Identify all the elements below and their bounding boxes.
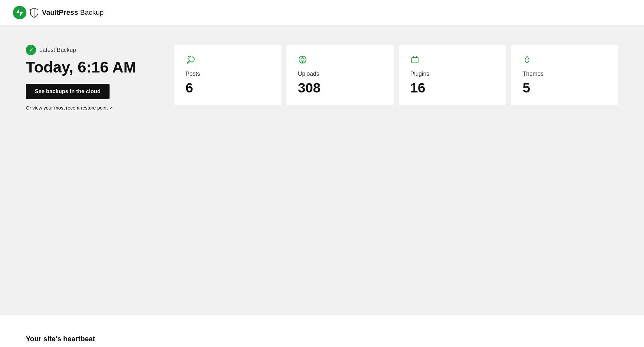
plugins-icon: [410, 55, 495, 65]
see-backups-button[interactable]: See backups in the cloud: [26, 84, 110, 99]
logo-area: VaultPress Backup: [13, 6, 104, 19]
stat-card-plugins: Plugins 16: [399, 45, 506, 105]
header: VaultPress Backup: [0, 0, 644, 25]
svg-rect-5: [412, 58, 418, 63]
heartbeat-section: Your site's heartbeat The activity log l…: [26, 335, 618, 347]
check-circle-icon: [26, 45, 36, 55]
backup-info: Latest Backup Today, 6:16 AM See backups…: [26, 45, 155, 111]
plugins-value: 16: [410, 81, 495, 95]
posts-label: Posts: [186, 71, 270, 77]
posts-icon: [186, 55, 270, 65]
svg-point-0: [13, 6, 26, 19]
plugins-label: Plugins: [410, 71, 495, 77]
stat-card-themes: Themes 5: [511, 45, 618, 105]
bottom-content: Your site's heartbeat The activity log l…: [0, 315, 644, 347]
stat-card-posts: Posts 6: [174, 45, 281, 105]
header-title: VaultPress Backup: [42, 8, 104, 17]
backup-section: Latest Backup Today, 6:16 AM See backups…: [26, 45, 618, 111]
heartbeat-title: Your site's heartbeat: [26, 335, 618, 343]
uploads-label: Uploads: [298, 71, 382, 77]
uploads-value: 308: [298, 81, 382, 95]
jetpack-icon: [13, 6, 26, 19]
restore-link[interactable]: Or view your most recent restore point ↗: [26, 105, 155, 111]
uploads-icon: [298, 55, 382, 65]
posts-value: 6: [186, 81, 270, 95]
themes-value: 5: [523, 81, 607, 95]
stats-grid: Posts 6 Uploads 308: [174, 45, 618, 105]
main-content: Latest Backup Today, 6:16 AM See backups…: [0, 25, 644, 315]
svg-point-2: [301, 58, 304, 61]
vaultpress-icon: [29, 7, 39, 18]
latest-backup-text: Latest Backup: [39, 47, 76, 53]
themes-label: Themes: [523, 71, 607, 77]
themes-icon: [523, 55, 607, 65]
latest-backup-label: Latest Backup: [26, 45, 155, 55]
backup-time: Today, 6:16 AM: [26, 59, 155, 76]
stat-card-uploads: Uploads 308: [286, 45, 394, 105]
